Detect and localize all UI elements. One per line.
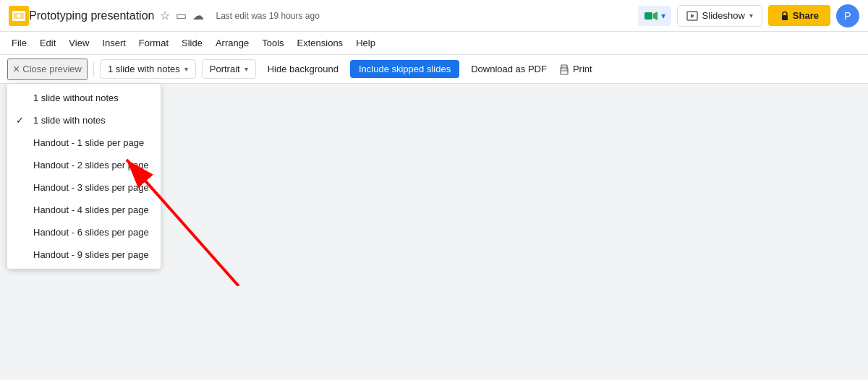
menu-edit[interactable]: Edit [34,35,61,51]
title-bar: Prototyping presentation ☆ ▭ ☁ Last edit… [0,0,868,32]
divider-1 [93,62,94,77]
title-icons: ☆ ▭ ☁ [160,9,204,22]
star-icon[interactable]: ☆ [160,9,170,22]
avatar-initial: P [844,10,851,22]
layout-option-handout-1[interactable]: Handout - 1 slide per page [7,131,161,154]
title-right-actions: ▾ Slideshow ▾ Share P [638,4,859,27]
menu-format[interactable]: Format [133,35,174,51]
menu-slide[interactable]: Slide [176,35,208,51]
print-button[interactable]: Print [558,64,592,75]
meet-label: ▾ [661,11,665,21]
include-skipped-button[interactable]: Include skipped slides [350,60,459,78]
print-label: Print [573,64,592,74]
download-pdf-button[interactable]: Download as PDF [465,61,553,77]
close-preview-label: Close preview [22,64,82,74]
svg-rect-9 [561,71,568,74]
svg-point-11 [566,69,568,70]
menu-view[interactable]: View [63,35,95,51]
orientation-arrow-icon: ▾ [244,65,248,73]
print-preview-toolbar: Close preview 1 slide with notes ▾ Portr… [0,55,868,84]
slideshow-icon [686,10,698,22]
orientation-label: Portrait [210,64,240,74]
hide-background-button[interactable]: Hide background [262,61,344,77]
slideshow-arrow: ▾ [749,12,753,20]
dropdown-arrow-icon: ▾ [184,65,188,73]
include-skipped-label: Include skipped slides [359,64,451,74]
hide-background-label: Hide background [268,64,339,74]
menu-insert[interactable]: Insert [96,35,132,51]
menu-arrange[interactable]: Arrange [210,35,255,51]
slideshow-label: Slideshow [702,10,745,21]
menu-tools[interactable]: Tools [256,35,289,51]
share-button[interactable]: Share [768,5,830,26]
cloud-icon[interactable]: ☁ [192,9,204,22]
meet-icon [644,9,658,23]
layout-option-handout-2[interactable]: Handout - 2 slides per page [7,154,161,176]
doc-title[interactable]: Prototyping presentation [29,9,154,22]
avatar[interactable]: P [836,4,859,27]
menu-help[interactable]: Help [350,35,381,51]
menu-extensions[interactable]: Extensions [292,35,349,51]
svg-marker-5 [653,12,658,20]
slide-layout-label: 1 slide with notes [108,64,180,74]
app-icon [9,6,29,26]
svg-point-3 [17,14,21,17]
menu-bar: File Edit View Insert Format Slide Arran… [0,32,868,55]
svg-rect-8 [782,15,788,20]
svg-rect-4 [644,12,652,20]
layout-option-no-notes[interactable]: 1 slide without notes [7,87,161,109]
share-label: Share [793,10,819,21]
layout-dropdown-menu: 1 slide without notes 1 slide with notes… [7,84,161,269]
meet-button[interactable]: ▾ [638,6,671,26]
print-icon [558,64,570,75]
download-pdf-label: Download as PDF [471,64,547,74]
layout-option-handout-3[interactable]: Handout - 3 slides per page [7,176,161,199]
slides-icon[interactable]: ▭ [176,9,187,22]
menu-file[interactable]: File [6,35,33,51]
orientation-dropdown[interactable]: Portrait ▾ [202,59,256,79]
slideshow-button[interactable]: Slideshow ▾ [677,5,762,27]
lock-icon [780,11,790,21]
layout-option-handout-9[interactable]: Handout - 9 slides per page [7,243,161,266]
last-edit: Last edit was 19 hours ago [216,11,319,21]
layout-option-handout-4[interactable]: Handout - 4 slides per page [7,199,161,221]
close-preview-button[interactable]: Close preview [7,59,88,80]
layout-option-handout-6[interactable]: Handout - 6 slides per page [7,221,161,243]
slide-layout-dropdown[interactable]: 1 slide with notes ▾ [100,59,196,79]
svg-marker-7 [691,14,694,18]
layout-option-with-notes[interactable]: 1 slide with notes [7,109,161,131]
